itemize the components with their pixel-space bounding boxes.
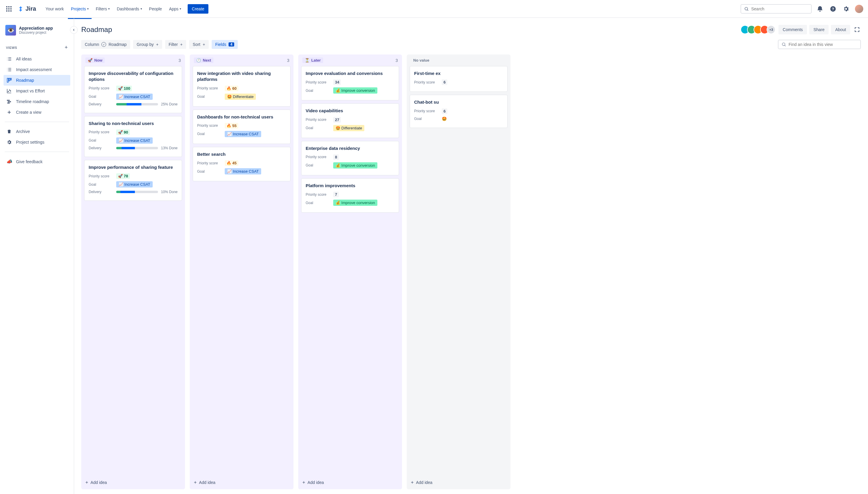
goal-badge: 💰 Improve conversion — [333, 200, 377, 206]
share-button[interactable]: Share — [809, 25, 829, 34]
idea-card[interactable]: Enterprise data residencyPriority score8… — [301, 141, 399, 175]
card-title: Chat-bot su — [414, 99, 503, 105]
card-title: New integration with video sharing platf… — [197, 71, 286, 83]
idea-card[interactable]: Better searchPriority score🔥 45Goal📈 Inc… — [193, 147, 290, 181]
group-by-control[interactable]: Group by+ — [133, 40, 162, 49]
nav-filters[interactable]: Filters▾ — [93, 4, 113, 14]
delivery-progress — [116, 191, 158, 193]
global-search[interactable] — [741, 4, 812, 14]
column-later: ⏳Later3Improve evaluation and conversion… — [298, 55, 402, 489]
filter-control[interactable]: Filter+ — [165, 40, 186, 49]
sidebar-project-settings[interactable]: Project settings — [3, 137, 70, 148]
delivery-progress — [116, 103, 158, 106]
column-novalue: No valueFirst-time exPriority score6Chat… — [407, 55, 510, 489]
app-switcher-icon[interactable] — [4, 4, 14, 14]
add-view-icon[interactable]: + — [65, 44, 68, 51]
collapse-sidebar-button[interactable] — [70, 26, 78, 34]
nav-apps[interactable]: Apps▾ — [166, 4, 184, 14]
column-emoji: 🕐 — [196, 58, 201, 62]
comments-button[interactable]: Comments — [778, 25, 807, 34]
idea-card[interactable]: Improve performance of sharing featurePr… — [84, 160, 182, 201]
svg-point-29 — [10, 91, 11, 91]
idea-card[interactable]: Improve evaluation and conversionsPriori… — [301, 66, 399, 100]
card-title: Dashboards for non-technical users — [197, 114, 286, 120]
priority-score: 🔥 60 — [225, 86, 238, 91]
priority-label: Priority score — [89, 174, 114, 178]
column-tag: 🚀Now — [85, 57, 105, 63]
find-idea-input[interactable] — [789, 42, 857, 47]
sidebar-impact-vs-effort[interactable]: Impact vs Effort — [3, 86, 70, 96]
avatar-overflow[interactable]: +3 — [766, 25, 776, 34]
idea-card[interactable]: First-time exPriority score6 — [410, 66, 507, 92]
sidebar-create-a-view[interactable]: Create a view — [3, 107, 70, 118]
delivery-progress — [116, 147, 158, 149]
delivery-percent: 25% Done — [161, 102, 178, 106]
goal-label: Goal — [306, 201, 331, 205]
sidebar-timeline-roadmap[interactable]: Timeline roadmap — [3, 96, 70, 107]
goal-badge: 🤩 Differentiate — [333, 125, 364, 131]
idea-card[interactable]: Platform improvementsPriority score7Goal… — [301, 178, 399, 213]
sidebar-impact-assessment[interactable]: Impact assessment — [3, 64, 70, 75]
column-control[interactable]: Column ✓ Roadmap — [81, 40, 130, 49]
search-input[interactable] — [751, 6, 808, 11]
nav-people[interactable]: People — [146, 4, 165, 14]
sort-control[interactable]: Sort+ — [189, 40, 209, 49]
nav-your-work[interactable]: Your work — [43, 4, 67, 14]
idea-card[interactable]: Video capabilitiesPriority score27Goal🤩 … — [301, 103, 399, 138]
settings-icon[interactable] — [841, 4, 851, 14]
priority-label: Priority score — [414, 109, 439, 113]
sidebar-roadmap[interactable]: Roadmap — [3, 75, 70, 86]
profile-avatar[interactable] — [854, 4, 864, 14]
svg-rect-31 — [8, 101, 11, 102]
svg-point-28 — [9, 90, 10, 90]
check-icon: ✓ — [102, 42, 106, 47]
priority-score: 7 — [333, 192, 339, 197]
goal-label: Goal — [306, 163, 331, 167]
idea-card[interactable]: Improve discoverability of configuration… — [84, 66, 182, 113]
goal-label: Goal — [414, 117, 439, 121]
priority-score: 🚀 90 — [116, 129, 130, 135]
goal-badge: 📈 Increase CSAT — [225, 131, 261, 137]
priority-label: Priority score — [306, 80, 331, 84]
collaborator-avatars[interactable]: +3 — [743, 25, 776, 34]
goal-badge: 📈 Increase CSAT — [116, 94, 153, 100]
jira-logo[interactable]: Jira — [15, 5, 38, 12]
priority-label: Priority score — [197, 86, 222, 90]
notifications-icon[interactable] — [815, 4, 825, 14]
help-icon[interactable]: ? — [828, 4, 838, 14]
about-button[interactable]: About — [831, 25, 850, 34]
fields-control[interactable]: Fields 4 — [212, 40, 238, 49]
priority-label: Priority score — [197, 124, 222, 128]
add-idea-button[interactable]: +Add idea — [81, 476, 185, 489]
delivery-label: Delivery — [89, 102, 114, 106]
nav-dashboards[interactable]: Dashboards▾ — [114, 4, 145, 14]
goal-badge: 📈 Increase CSAT — [116, 181, 153, 188]
idea-card[interactable]: Dashboards for non-technical usersPriori… — [193, 110, 290, 144]
priority-score: 27 — [333, 117, 341, 122]
add-idea-button[interactable]: +Add idea — [407, 476, 510, 489]
chart-icon — [6, 88, 13, 94]
project-icon: 👁️ — [5, 25, 16, 36]
plus-icon: + — [411, 480, 414, 485]
sidebar-all-ideas[interactable]: All ideas — [3, 54, 70, 64]
chevron-down-icon: ▾ — [180, 7, 181, 11]
sidebar-archive[interactable]: Archive — [3, 126, 70, 137]
main-content: Roadmap +3 CommentsShareAbout Column ✓ — [74, 18, 868, 494]
idea-card[interactable]: Chat-bot suPriority score6Goal🤩 — [410, 95, 507, 128]
find-idea-search[interactable] — [778, 40, 861, 49]
idea-card[interactable]: New integration with video sharing platf… — [193, 66, 290, 107]
project-type: Discovery project — [19, 31, 53, 35]
card-title: Improve evaluation and conversions — [306, 71, 395, 76]
svg-point-35 — [782, 43, 785, 45]
fullscreen-icon[interactable] — [853, 26, 861, 34]
give-feedback[interactable]: 📣 Give feedback — [3, 156, 70, 167]
column-emoji: 🚀 — [88, 58, 92, 62]
idea-card[interactable]: Sharing to non-technical usersPriority s… — [84, 116, 182, 157]
add-idea-button[interactable]: +Add idea — [298, 476, 402, 489]
create-button[interactable]: Create — [188, 4, 209, 14]
nav-projects[interactable]: Projects▾ — [68, 4, 92, 14]
add-idea-button[interactable]: +Add idea — [190, 476, 293, 489]
project-header[interactable]: 👁️ Appreciation app Discovery project — [3, 24, 70, 40]
svg-rect-7 — [8, 11, 10, 12]
priority-score: 🔥 45 — [225, 160, 238, 166]
